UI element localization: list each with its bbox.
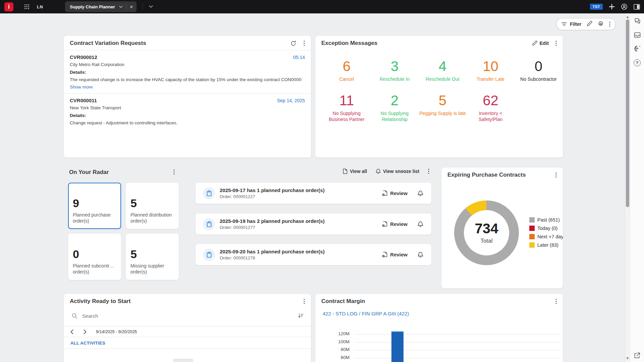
search-input[interactable] (82, 313, 298, 319)
review-button[interactable]: Review (382, 190, 408, 196)
inbox-icon[interactable] (634, 32, 641, 38)
tile-planned-distribution-orders[interactable]: 5 Planned distribution order(s) (126, 183, 179, 229)
pencil-icon (532, 41, 537, 46)
tile-label: Planned purchase order(s) (73, 212, 117, 224)
cvr-list-item[interactable]: CVR000011 Sep 14, 2025 New York State Tr… (64, 93, 311, 129)
page-kebab-menu-icon[interactable] (609, 21, 610, 27)
y-tick-label: 60M (329, 355, 350, 360)
infor-logo-letter: i (8, 3, 10, 10)
stat-inventory-below-safety[interactable]: 62 Inventory < Safety/Plan (467, 92, 515, 122)
stat-value: 62 (467, 92, 515, 109)
radar-list-item[interactable]: 2025-09-20 has 1 planned purchase order(… (196, 244, 431, 265)
legend-item-later[interactable]: Later (83) (529, 242, 563, 248)
tile-missing-supplier-orders[interactable]: 5 Missing supplier order(s) (126, 234, 179, 280)
filter-label: Filter (570, 21, 581, 27)
radar-list-item[interactable]: 2025-09-19 has 2 planned purchase order(… (196, 214, 431, 235)
next-week-chevron-icon[interactable] (84, 329, 87, 334)
app-grid-icon[interactable] (24, 4, 30, 9)
edit-page-icon[interactable] (587, 21, 592, 27)
exception-kebab-menu-icon[interactable] (555, 41, 557, 46)
search-icon (72, 313, 77, 319)
scroll-down-arrow[interactable] (626, 357, 629, 360)
environment-badge[interactable]: TST (590, 4, 603, 10)
tab-all-activities[interactable]: ALL ACTIVITIES (70, 341, 105, 346)
refresh-icon[interactable] (290, 41, 296, 46)
stat-label: Inventory < Safety/Plan (467, 110, 515, 122)
review-button[interactable]: Review (382, 252, 408, 257)
stat-no-supplying-business-partner[interactable]: 11 No Supplying Business Partner (323, 92, 371, 122)
margin-kebab-menu-icon[interactable] (555, 299, 557, 304)
user-icon[interactable] (621, 3, 628, 10)
help-icon[interactable]: ? (634, 59, 641, 66)
scrollbar-thumb[interactable] (626, 19, 629, 207)
stat-no-supplying-relationship[interactable]: 2 No Supplying Relationship (371, 92, 419, 122)
margin-card-header: Contract Margin (315, 294, 563, 308)
legend-item-past[interactable]: Past (651) (529, 217, 563, 223)
stat-value: 5 (419, 92, 467, 109)
stat-no-subcontractor[interactable]: 0 No Subcontractor (515, 58, 562, 82)
stat-label: Reschedule Out (419, 76, 467, 82)
collaboration-chat-icon[interactable] (634, 18, 641, 25)
stat-reschedule-out[interactable]: 4 Reschedule Out (419, 58, 467, 82)
stat-cancel[interactable]: 6 Cancel (323, 58, 371, 82)
tab-list-chevron-down-icon[interactable] (149, 5, 153, 8)
topbar-divider (143, 3, 143, 10)
settings-gear-icon[interactable] (598, 21, 604, 28)
view-snooze-list-button[interactable]: View snooze list (376, 169, 419, 174)
tab-chevron-down-icon[interactable] (119, 6, 123, 8)
cvr-kebab-menu-icon[interactable] (304, 41, 305, 46)
review-document-icon (382, 252, 387, 257)
tab-close-icon[interactable]: × (130, 4, 133, 10)
epc-kebab-menu-icon[interactable] (555, 172, 557, 178)
margin-card-title: Contract Margin (321, 298, 365, 305)
tab-supply-chain-planner[interactable]: Supply Chain Planner × (65, 1, 136, 12)
notify-bell-icon[interactable] (418, 252, 423, 258)
review-button[interactable]: Review (382, 221, 408, 227)
donut-total-label: Total (481, 238, 493, 244)
scroll-up-arrow[interactable] (626, 16, 629, 18)
radar-list-item[interactable]: 2025-09-17 has 1 planned purchase order(… (196, 183, 431, 204)
review-document-icon (382, 221, 387, 227)
edit-button[interactable]: Edit (532, 41, 549, 46)
cvr-details-text: The requested change is to increase the … (70, 77, 302, 82)
ask-assistant-icon[interactable] (634, 45, 641, 52)
add-icon[interactable] (609, 4, 615, 10)
contract-group-link[interactable]: 422 - STD LOG / FIN GRP A GIII (422) (323, 311, 409, 316)
notify-bell-icon[interactable] (418, 221, 423, 227)
cvr-id: CVR000012 (70, 54, 97, 60)
y-tick-label: 80M (329, 347, 350, 352)
stat-label: Reschedule In (371, 76, 419, 82)
radar-item-order: Order: 000001278 (220, 255, 382, 260)
radar-kebab-menu-icon[interactable] (173, 169, 175, 175)
legend-item-today[interactable]: Today (0) (529, 226, 563, 231)
open-in-new-window-icon[interactable] (634, 352, 640, 359)
filter-button[interactable]: Filter (561, 21, 581, 27)
stat-value: 2 (371, 92, 419, 109)
tab-label: Supply Chain Planner (70, 4, 115, 9)
donut-chart[interactable]: 734 Total (454, 200, 519, 265)
activity-kebab-menu-icon[interactable] (304, 299, 305, 304)
infor-logo[interactable]: i (4, 2, 13, 11)
radar-item-title: 2025-09-19 has 2 planned purchase order(… (220, 218, 382, 224)
cvr-details-label: Details: (70, 70, 305, 75)
previous-week-chevron-icon[interactable] (70, 329, 73, 334)
stat-value: 0 (515, 58, 562, 75)
vertical-scrollbar[interactable] (625, 13, 630, 362)
gridline (354, 358, 559, 358)
side-panel-icon[interactable] (634, 4, 640, 10)
tile-value: 5 (130, 248, 175, 261)
stat-transfer-late[interactable]: 10 Transfer Late (467, 58, 515, 82)
y-tick-label: 120M (329, 331, 350, 336)
legend-item-next7days[interactable]: Next +7 days (0) (529, 234, 563, 239)
radar-list-kebab-menu-icon[interactable] (428, 169, 429, 174)
notify-bell-icon[interactable] (418, 190, 423, 196)
tile-planned-purchase-orders[interactable]: 9 Planned purchase order(s) (68, 183, 121, 229)
tile-planned-subcontracting-orders[interactable]: 0 Planned subcontr… order(s) (68, 234, 121, 280)
show-more-link[interactable]: Show more (70, 84, 93, 89)
cvr-list-item[interactable]: CVR000012 05:14 City Metro Rail Corporat… (64, 50, 311, 93)
margin-bar[interactable] (391, 331, 404, 362)
stat-reschedule-in[interactable]: 3 Reschedule In (371, 58, 419, 82)
sort-icon[interactable] (298, 313, 304, 318)
view-all-button[interactable]: View all (343, 169, 367, 174)
stat-pegging-supply-late[interactable]: 5 Pegging Supply is late (419, 92, 467, 122)
